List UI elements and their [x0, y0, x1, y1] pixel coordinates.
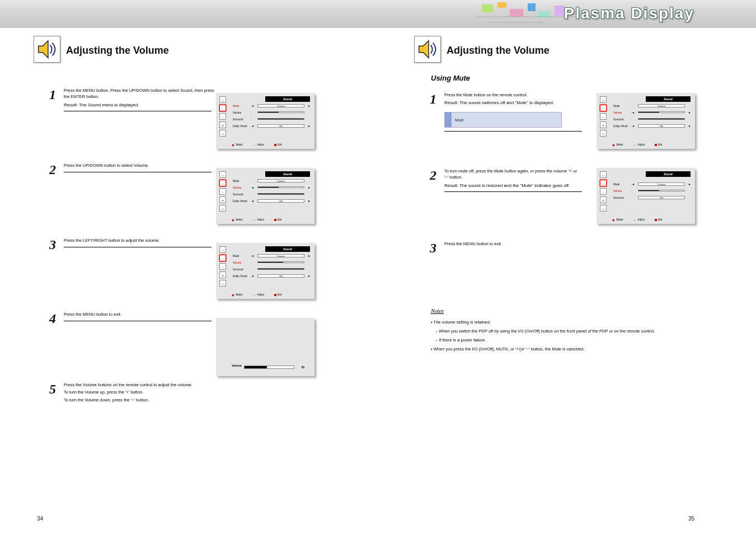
speaker-svg-icon: [415, 36, 440, 62]
svg-rect-1: [497, 2, 506, 8]
page-header: Plasma Display: [0, 0, 756, 28]
svg-rect-2: [510, 9, 523, 17]
osd-title: Sound: [265, 171, 310, 177]
svg-rect-5: [555, 6, 565, 16]
step-result: Result: The sound switches off and "Mute…: [444, 100, 582, 105]
left-step-3: 3 Press the LEFT/RIGHT button to adjust …: [64, 237, 220, 247]
step-text: Press the MENU button to exit.: [444, 241, 582, 247]
mute-callout: Mute: [444, 112, 562, 128]
osd-volume-bar: Volume 45: [216, 318, 314, 376]
step-number: 2: [49, 162, 56, 177]
osd-vol-number: 45: [301, 366, 304, 369]
svg-marker-8: [39, 41, 48, 58]
osd-vol-label: Volume: [232, 364, 242, 367]
page-number-right: 35: [688, 516, 694, 522]
step-text: To turn the Volume down, press the '−' b…: [64, 397, 220, 403]
mute-callout-text: Mute: [455, 118, 464, 122]
note-sub: – When you switch the PDP off by using t…: [435, 328, 688, 335]
step-text: Press the LEFT/RIGHT button to adjust th…: [64, 237, 220, 243]
step-result: Result: The Sound menu is displayed.: [64, 102, 220, 107]
right-step-3: 3 Press the MENU button to exit.: [444, 241, 582, 247]
left-step-5: 5 Press the Volume buttons on the remote…: [64, 382, 220, 403]
osd-sound-1: Sound ▭ ♪ ⌂ ⊕ ▭ Mode:◂Custom▸ Volume: Su…: [216, 93, 314, 149]
note-bullet: • The volume setting is retained;: [431, 319, 688, 326]
notes-block: Notes • The volume setting is retained; …: [431, 307, 688, 355]
osd-mode-value: Custom: [257, 104, 304, 107]
speaker-svg-icon: [34, 36, 60, 62]
osd-icon-sound: ♪: [219, 105, 226, 111]
left-step-1: 1 Press the MENU button. Press the UP/DO…: [64, 87, 220, 111]
step-number: 1: [430, 92, 436, 107]
step-number: 3: [49, 237, 56, 252]
right-step-2: 2 To turn mute off, press the Mute butto…: [444, 168, 582, 192]
step-text: To turn the Volume up, press the '+' but…: [64, 389, 220, 395]
step-text: To turn mute off, press the Mute button …: [444, 168, 582, 181]
step-divider: [64, 111, 212, 111]
step-text: Press the Volume buttons on the remote c…: [64, 382, 220, 388]
osd-sound-r2: Sound ▭♪⌂⊕▭ Mode:◂Custom▸ Volume: Surrou…: [597, 168, 695, 224]
osd-sound-r1: Sound ▭♪⌂⊕▭ Mode:Custom Volume:◂▸ Surrou…: [597, 93, 695, 149]
osd-title: Sound: [646, 171, 691, 177]
osd-sound-3: Sound ▭♪⌂⊕▭ Mode:◂Custom▸ Volume: Surrou…: [216, 243, 314, 299]
circuit-decor-icon: [476, 0, 577, 28]
svg-marker-9: [419, 41, 429, 58]
left-step-2: 2 Press the UP/DOWN button to select Vol…: [64, 162, 220, 172]
step-number: 4: [49, 311, 56, 326]
osd-row-list: Mode:◂Custom▸ Volume: Surround: Dolby Vi…: [233, 103, 310, 130]
step-number: 2: [430, 168, 436, 183]
step-text: Press the MENU button. Press the UP/DOWN…: [64, 87, 220, 100]
osd-icon-channel: ⌂: [219, 113, 226, 120]
page-number-left: 34: [37, 516, 43, 522]
osd-vol-track: [244, 366, 294, 369]
osd-footer: ◆Select ↔Adjust Exit: [232, 143, 310, 147]
step-divider: [64, 172, 212, 172]
left-section-title: Adjusting the Volume: [66, 45, 169, 57]
using-mute-subtitle: Using Mute: [431, 74, 470, 82]
step-divider: [64, 247, 212, 247]
step-result: Result: The sound is restored and the "M…: [444, 183, 582, 188]
step-text: Press the Mute button on the remote cont…: [444, 92, 582, 98]
osd-title: Sound: [646, 96, 691, 102]
notes-label: Notes: [431, 307, 688, 316]
speaker-icon-right: [414, 36, 441, 63]
osd-title: Sound: [265, 246, 310, 252]
step-text: Press the MENU button to exit.: [64, 311, 220, 317]
step-number: 3: [430, 241, 436, 256]
header-title: Plasma Display: [564, 4, 694, 22]
svg-rect-3: [528, 3, 536, 11]
speaker-icon-left: [34, 36, 60, 63]
step-text: Press the UP/DOWN button to select Volum…: [64, 162, 220, 168]
step-divider: [444, 191, 582, 192]
right-step-1: 1 Press the Mute button on the remote co…: [444, 92, 582, 132]
step-number: 1: [49, 87, 56, 102]
document-spread: Adjusting the Volume 1 Press the MENU bu…: [0, 28, 756, 532]
left-step-4: 4 Press the MENU button to exit.: [64, 311, 220, 321]
osd-icon-setup: ⊕: [219, 121, 226, 128]
note-bullet: • When you press the I/O (On/Off), MUTE,…: [431, 346, 688, 353]
osd-icon-pc: ▭: [219, 130, 226, 137]
svg-rect-0: [482, 4, 493, 12]
step-divider: [444, 131, 582, 132]
osd-icon-picture: ▭: [219, 96, 226, 103]
osd-menu-icons: ▭ ♪ ⌂ ⊕ ▭: [219, 96, 227, 138]
right-section-title: Adjusting the Volume: [447, 45, 550, 57]
header-decor: [476, 0, 577, 28]
step-number: 5: [49, 382, 56, 397]
osd-sound-2: Sound ▭♪⌂⊕▭ Mode:Custom Volume:◂▸ Surrou…: [216, 168, 314, 224]
step-divider: [64, 321, 212, 321]
note-sub: – If there is a power failure.: [435, 337, 688, 344]
osd-title: Sound: [265, 96, 310, 102]
